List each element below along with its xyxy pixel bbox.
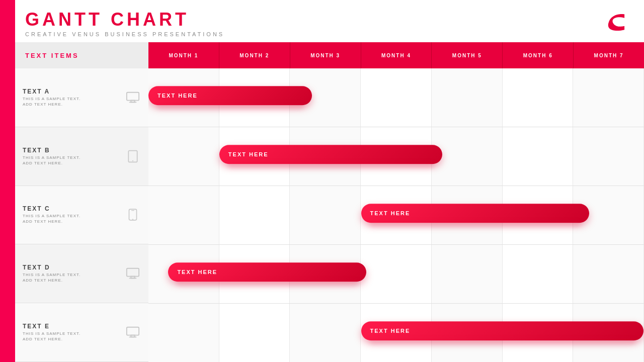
- item-desc-b: THIS IS A SAMPLE TEXT.ADD TEXT HERE.: [23, 155, 125, 166]
- grid-cell-1-4: [432, 127, 503, 186]
- left-accent-bar: [0, 0, 15, 362]
- item-name-a: TEXT A: [23, 88, 125, 95]
- grid-cell-3-5: [503, 245, 574, 303]
- grid-cell-2-0: [148, 186, 219, 244]
- grid-cell-4-6: [573, 304, 644, 362]
- chart-area: MONTH 1MONTH 2MONTH 3MONTH 4MONTH 5MONTH…: [148, 42, 644, 362]
- svg-rect-8: [127, 268, 139, 277]
- items-sidebar: TEXT ITEMS TEXT A THIS IS A SAMPLE TEXT.…: [15, 42, 148, 362]
- grid-cell-2-1: [219, 186, 290, 244]
- grid-cell-4-4: [432, 304, 503, 362]
- grid-cell-1-2: [290, 127, 361, 186]
- main-content: GANTT CHART CREATIVE VENUS BUSINESS PRES…: [15, 0, 644, 362]
- page-title: GANTT CHART: [25, 9, 224, 30]
- header-left: GANTT CHART CREATIVE VENUS BUSINESS PRES…: [25, 9, 224, 37]
- item-text-d: TEXT D THIS IS A SAMPLE TEXT.ADD TEXT HE…: [23, 264, 125, 283]
- header: GANTT CHART CREATIVE VENUS BUSINESS PRES…: [15, 0, 644, 42]
- sidebar-item-b: TEXT B THIS IS A SAMPLE TEXT.ADD TEXT HE…: [15, 127, 148, 186]
- grid-cell-2-6: [573, 186, 644, 244]
- grid-cell-1-1: [219, 127, 290, 186]
- item-desc-d: THIS IS A SAMPLE TEXT.ADD TEXT HERE.: [23, 272, 125, 283]
- grid-cell-3-3: [361, 245, 432, 303]
- body-row: TEXT ITEMS TEXT A THIS IS A SAMPLE TEXT.…: [15, 42, 644, 362]
- grid-cell-3-4: [432, 245, 503, 303]
- item-name-e: TEXT E: [23, 323, 125, 330]
- month-header-3: MONTH 3: [290, 42, 361, 68]
- logo-icon: [605, 11, 627, 33]
- chart-row-b: TEXT HERE: [148, 127, 644, 186]
- grid-cell-4-2: [290, 304, 361, 362]
- svg-rect-0: [127, 93, 139, 101]
- chart-row-a: TEXT HERE: [148, 68, 644, 127]
- item-desc-c: THIS IS A SAMPLE TEXT.ADD TEXT HERE.: [23, 213, 125, 224]
- item-text-c: TEXT C THIS IS A SAMPLE TEXT.ADD TEXT HE…: [23, 205, 125, 224]
- grid-cell-0-4: [432, 68, 503, 127]
- month-header-6: MONTH 6: [503, 42, 574, 68]
- grid-cell-3-0: [148, 245, 219, 303]
- company-logo: [604, 9, 629, 34]
- chart-row-c: TEXT HERE: [148, 186, 644, 245]
- grid-cell-3-2: [290, 245, 361, 303]
- item-name-d: TEXT D: [23, 264, 125, 271]
- item-text-b: TEXT B THIS IS A SAMPLE TEXT.ADD TEXT HE…: [23, 147, 125, 166]
- chart-row-e: TEXT HERE: [148, 304, 644, 362]
- items-header: TEXT ITEMS: [15, 42, 148, 68]
- grid-cell-3-6: [573, 245, 644, 303]
- grid-cell-1-6: [573, 127, 644, 186]
- grid-cell-1-3: [361, 127, 432, 186]
- item-text-e: TEXT E THIS IS A SAMPLE TEXT.ADD TEXT HE…: [23, 323, 125, 342]
- item-desc-e: THIS IS A SAMPLE TEXT.ADD TEXT HERE.: [23, 331, 125, 342]
- item-desc-a: THIS IS A SAMPLE TEXT.ADD TEXT HERE.: [23, 96, 125, 107]
- month-header-1: MONTH 1: [148, 42, 219, 68]
- grid-cell-0-0: [148, 68, 219, 127]
- grid-cell-2-2: [290, 186, 361, 244]
- grid-cell-0-6: [573, 68, 644, 127]
- sidebar-item-d: TEXT D THIS IS A SAMPLE TEXT.ADD TEXT HE…: [15, 244, 148, 303]
- month-header-7: MONTH 7: [574, 42, 644, 68]
- sidebar-item-a: TEXT A THIS IS A SAMPLE TEXT.ADD TEXT HE…: [15, 68, 148, 127]
- item-icon-c: [125, 207, 141, 223]
- grid-cell-4-1: [219, 304, 290, 362]
- item-icon-a: [125, 89, 141, 106]
- items-header-title: TEXT ITEMS: [25, 52, 79, 59]
- grid-cell-2-3: [361, 186, 432, 244]
- grid-cell-2-4: [432, 186, 503, 244]
- item-icon-e: [125, 324, 141, 340]
- month-header-5: MONTH 5: [432, 42, 503, 68]
- grid-cell-0-5: [503, 68, 574, 127]
- month-headers: MONTH 1MONTH 2MONTH 3MONTH 4MONTH 5MONTH…: [148, 42, 644, 68]
- item-text-a: TEXT A THIS IS A SAMPLE TEXT.ADD TEXT HE…: [23, 88, 125, 107]
- chart-row-d: TEXT HERE: [148, 245, 644, 304]
- svg-point-6: [132, 219, 133, 220]
- item-name-c: TEXT C: [23, 205, 125, 212]
- svg-point-4: [132, 160, 133, 161]
- items-list: TEXT A THIS IS A SAMPLE TEXT.ADD TEXT HE…: [15, 68, 148, 362]
- grid-cell-1-0: [148, 127, 219, 186]
- grid-cell-4-3: [361, 304, 432, 362]
- grid-cell-0-2: [290, 68, 361, 127]
- grid-cell-0-3: [361, 68, 432, 127]
- svg-rect-5: [129, 210, 137, 221]
- month-header-4: MONTH 4: [361, 42, 432, 68]
- grid-cell-4-0: [148, 304, 219, 362]
- grid-cell-4-5: [503, 304, 574, 362]
- grid-cell-2-5: [503, 186, 574, 244]
- grid-cell-1-5: [503, 127, 574, 186]
- svg-rect-11: [127, 327, 139, 335]
- sidebar-item-c: TEXT C THIS IS A SAMPLE TEXT.ADD TEXT HE…: [15, 186, 148, 245]
- month-header-2: MONTH 2: [219, 42, 290, 68]
- item-icon-d: [125, 265, 141, 282]
- page-subtitle: CREATIVE VENUS BUSINESS PRESENTATIONS: [25, 31, 224, 37]
- sidebar-item-e: TEXT E THIS IS A SAMPLE TEXT.ADD TEXT HE…: [15, 303, 148, 362]
- item-name-b: TEXT B: [23, 147, 125, 154]
- grid-cell-0-1: [219, 68, 290, 127]
- grid-cell-3-1: [219, 245, 290, 303]
- chart-rows: TEXT HERETEXT HERETEXT HERETEXT HERETEXT…: [148, 68, 644, 362]
- item-icon-b: [125, 148, 141, 164]
